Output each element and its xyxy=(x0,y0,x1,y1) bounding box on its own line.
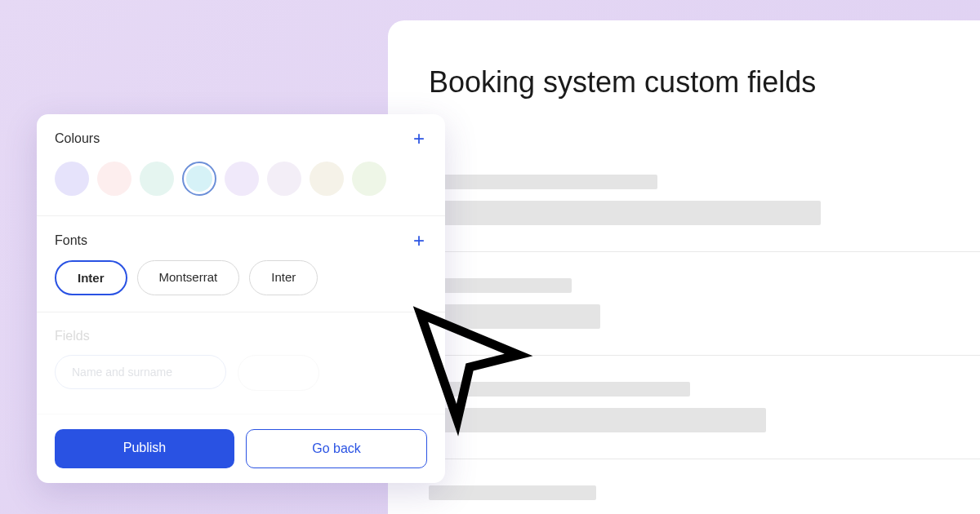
colour-swatch[interactable] xyxy=(267,162,301,196)
form-field-group xyxy=(429,459,980,514)
font-option[interactable]: Inter xyxy=(55,260,127,295)
add-colour-button[interactable]: + xyxy=(411,131,427,147)
add-font-button[interactable]: + xyxy=(411,233,427,249)
colour-swatch[interactable] xyxy=(182,162,216,196)
action-bar: Publish Go back xyxy=(37,414,445,483)
customization-sidebar: Colours + Fonts + InterMontserratInter F… xyxy=(37,114,445,483)
field-label-placeholder xyxy=(429,278,572,293)
font-option[interactable]: Inter xyxy=(249,260,318,295)
colour-swatch[interactable] xyxy=(140,162,174,196)
field-label-placeholder xyxy=(429,485,596,500)
colour-swatch[interactable] xyxy=(352,162,386,196)
font-options: InterMontserratInter xyxy=(55,260,427,295)
fonts-section: Fonts + InterMontserratInter xyxy=(37,216,445,312)
field-name-input[interactable]: Name and surname xyxy=(55,355,226,389)
field-input-placeholder xyxy=(429,201,821,225)
colour-swatches xyxy=(55,158,427,199)
main-preview-panel: Booking system custom fields xyxy=(388,20,980,514)
field-input-placeholder xyxy=(429,304,600,329)
font-option[interactable]: Montserrat xyxy=(137,260,240,295)
colour-swatch[interactable] xyxy=(97,162,131,196)
form-field-group xyxy=(429,252,980,356)
field-label-placeholder xyxy=(429,382,690,397)
page-title: Booking system custom fields xyxy=(429,65,980,100)
colour-swatch[interactable] xyxy=(55,162,89,196)
go-back-button[interactable]: Go back xyxy=(246,429,427,468)
colours-section: Colours + xyxy=(37,114,445,216)
fields-section: Fields Name and surname xyxy=(37,312,445,414)
colour-swatch[interactable] xyxy=(310,162,344,196)
colour-swatch[interactable] xyxy=(225,162,259,196)
colours-label: Colours xyxy=(55,131,100,146)
field-input-placeholder xyxy=(429,408,766,432)
fonts-label: Fonts xyxy=(55,233,87,248)
publish-button[interactable]: Publish xyxy=(55,429,234,468)
field-secondary-input[interactable] xyxy=(238,355,319,391)
form-field-group xyxy=(429,356,980,459)
fields-label: Fields xyxy=(55,329,90,343)
form-field-group xyxy=(429,148,980,252)
field-label-placeholder xyxy=(429,175,657,189)
